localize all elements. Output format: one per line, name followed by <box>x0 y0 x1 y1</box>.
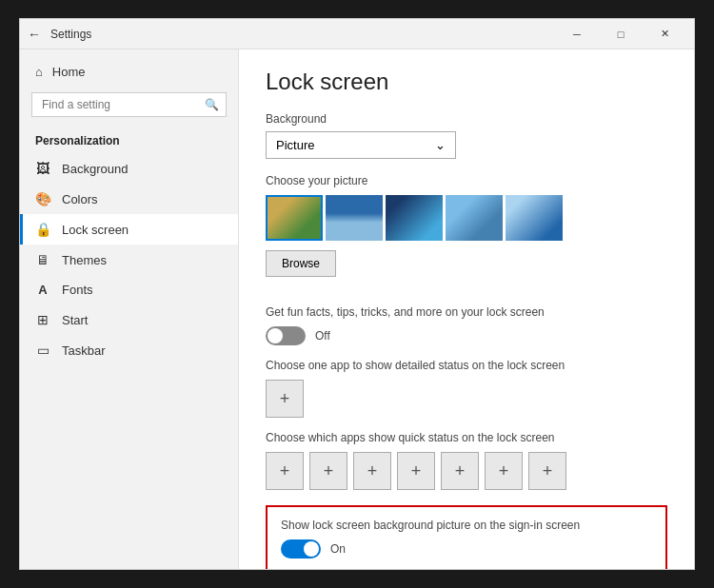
taskbar-icon: ▭ <box>35 343 50 358</box>
picture-thumb-2[interactable] <box>326 195 383 241</box>
background-icon: 🖼 <box>35 161 50 176</box>
quick-status-btn-3[interactable]: + <box>353 452 391 490</box>
sidebar: ⌂ Home 🔍 Personalization 🖼 Background 🎨 … <box>20 49 239 569</box>
highlighted-label: Show lock screen background picture on t… <box>281 519 652 532</box>
page-title: Lock screen <box>266 69 667 95</box>
detailed-status-label: Choose one app to show detailed status o… <box>266 359 667 372</box>
quick-status-btn-5[interactable]: + <box>441 452 479 490</box>
sidebar-item-home[interactable]: ⌂ Home <box>20 57 238 87</box>
sidebar-item-colors[interactable]: 🎨 Colors <box>20 184 238 214</box>
dropdown-value: Picture <box>276 138 314 152</box>
close-button[interactable]: ✕ <box>643 19 686 49</box>
fun-facts-state: Off <box>315 329 330 343</box>
main-content: Lock screen Background Picture ⌄ Choose … <box>239 49 694 569</box>
search-input[interactable] <box>31 92 227 117</box>
highlighted-state: On <box>330 542 346 556</box>
sidebar-taskbar-label: Taskbar <box>62 343 106 358</box>
sidebar-item-start[interactable]: ⊞ Start <box>20 304 238 335</box>
sidebar-start-label: Start <box>62 313 88 327</box>
settings-window: ← Settings ─ □ ✕ ⌂ Home 🔍 Personalizatio… <box>19 18 695 570</box>
picture-strip <box>266 195 667 241</box>
sidebar-item-fonts[interactable]: A Fonts <box>20 275 238 304</box>
detailed-status-section: Choose one app to show detailed status o… <box>266 359 667 418</box>
back-button[interactable]: ← <box>28 27 41 42</box>
quick-status-btn-4[interactable]: + <box>397 452 435 490</box>
search-icon: 🔍 <box>205 98 219 111</box>
sidebar-search-container: 🔍 <box>31 92 227 117</box>
picture-thumb-3[interactable] <box>386 195 443 241</box>
quick-status-label: Choose which apps show quick status on t… <box>266 431 667 444</box>
sidebar-item-taskbar[interactable]: ▭ Taskbar <box>20 335 238 365</box>
background-dropdown[interactable]: Picture ⌄ <box>266 131 456 159</box>
content-area: ⌂ Home 🔍 Personalization 🖼 Background 🎨 … <box>20 49 694 569</box>
start-icon: ⊞ <box>35 312 50 327</box>
picture-thumb-4[interactable] <box>446 195 503 241</box>
background-section: Background Picture ⌄ <box>266 112 667 159</box>
fun-facts-toggle[interactable] <box>266 326 306 345</box>
sidebar-item-themes[interactable]: 🖥 Themes <box>20 245 238 275</box>
dropdown-chevron-icon: ⌄ <box>435 138 446 152</box>
quick-status-row: + + + + + + + <box>266 452 667 490</box>
quick-status-btn-1[interactable]: + <box>266 452 304 490</box>
sidebar-group-label: Personalization <box>20 127 238 153</box>
picture-thumb-1[interactable] <box>266 195 323 241</box>
colors-icon: 🎨 <box>35 191 50 206</box>
maximize-button[interactable]: □ <box>599 19 643 49</box>
sidebar-item-lock-screen[interactable]: 🔒 Lock screen <box>20 214 238 245</box>
choose-picture-label: Choose your picture <box>266 174 667 187</box>
sidebar-background-label: Background <box>62 162 128 176</box>
themes-icon: 🖥 <box>35 252 50 267</box>
fun-facts-toggle-row: Off <box>266 326 667 345</box>
lock-screen-icon: 🔒 <box>35 222 50 237</box>
home-icon: ⌂ <box>35 65 43 79</box>
quick-status-btn-7[interactable]: + <box>528 452 566 490</box>
fun-facts-section: Get fun facts, tips, tricks, and more on… <box>266 305 667 345</box>
window-controls: ─ □ ✕ <box>555 19 686 49</box>
quick-status-section: Choose which apps show quick status on t… <box>266 431 667 490</box>
quick-status-btn-6[interactable]: + <box>485 452 523 490</box>
sign-in-screen-section: Show lock screen background picture on t… <box>266 505 667 569</box>
choose-picture-section: Choose your picture Browse <box>266 174 667 292</box>
background-label: Background <box>266 112 667 126</box>
sidebar-item-background[interactable]: 🖼 Background <box>20 153 238 184</box>
quick-status-btn-2[interactable]: + <box>309 452 347 490</box>
minimize-button[interactable]: ─ <box>555 19 599 49</box>
window-title: Settings <box>50 28 555 41</box>
highlighted-toggle-row: On <box>281 539 652 559</box>
fun-facts-label: Get fun facts, tips, tricks, and more on… <box>266 305 667 319</box>
detailed-status-app-button[interactable]: + <box>266 380 304 418</box>
titlebar: ← Settings ─ □ ✕ <box>20 19 694 49</box>
sidebar-lock-screen-label: Lock screen <box>62 223 129 237</box>
fonts-icon: A <box>35 283 50 297</box>
sign-in-toggle[interactable] <box>281 539 321 559</box>
browse-button[interactable]: Browse <box>266 250 336 277</box>
sidebar-themes-label: Themes <box>62 253 107 267</box>
picture-thumb-5[interactable] <box>506 195 563 241</box>
sidebar-fonts-label: Fonts <box>62 283 93 297</box>
sidebar-home-label: Home <box>52 65 86 79</box>
sidebar-colors-label: Colors <box>62 192 98 206</box>
